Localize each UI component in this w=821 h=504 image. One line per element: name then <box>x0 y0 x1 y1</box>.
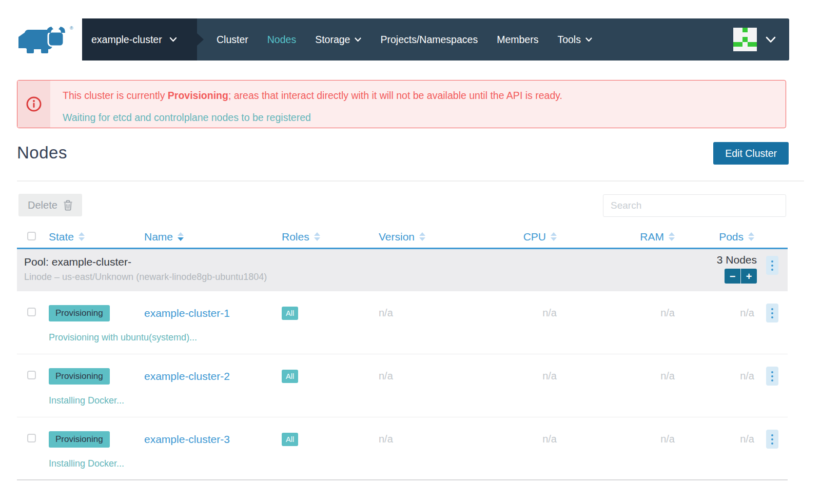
column-label: State <box>49 231 74 243</box>
row-actions-menu-button[interactable] <box>766 367 778 386</box>
scale-up-button[interactable]: + <box>741 269 757 284</box>
state-cell: Provisioning <box>49 305 144 321</box>
column-label: Version <box>379 231 415 243</box>
user-menu[interactable] <box>733 28 776 51</box>
delete-button-label: Delete <box>28 199 57 211</box>
nav-item-label: Projects/Namespaces <box>380 34 478 46</box>
alert-icon-column <box>17 80 50 128</box>
pool-actions-menu-button[interactable] <box>766 256 778 275</box>
dot <box>771 438 773 440</box>
column-header-pods: Pods <box>677 231 757 243</box>
table-row-node-1: Provisioning example-cluster-1 All n/a n… <box>17 291 788 354</box>
column-label: Roles <box>282 231 309 243</box>
row-checkbox[interactable] <box>27 434 36 442</box>
delete-button[interactable]: Delete <box>18 194 82 216</box>
top-bar: ® example-cluster Cluster Nodes Storage <box>0 0 821 61</box>
row-main: Provisioning example-cluster-1 All n/a n… <box>17 291 788 322</box>
row-main: Provisioning example-cluster-2 All n/a n… <box>17 354 788 386</box>
sort-cpu[interactable]: CPU <box>523 231 557 243</box>
dot <box>771 442 773 445</box>
sort-ram[interactable]: RAM <box>640 231 675 243</box>
table-row-node-3: Provisioning example-cluster-3 All n/a n… <box>17 417 788 480</box>
nav-items: Cluster Nodes Storage Projects/Namespace… <box>217 34 592 46</box>
row-select-cell <box>17 434 49 445</box>
column-header-roles: Roles <box>282 231 379 243</box>
sort-state[interactable]: State <box>49 231 85 243</box>
sort-icon <box>551 232 557 241</box>
roles-cell: All <box>282 433 379 446</box>
dot <box>771 375 773 377</box>
nav-item-label: Storage <box>315 34 350 46</box>
cluster-selector-label: example-cluster <box>91 34 162 46</box>
sort-roles[interactable]: Roles <box>282 231 320 243</box>
column-label: Pods <box>719 231 744 243</box>
nav-item-nodes[interactable]: Nodes <box>267 34 296 46</box>
info-icon <box>26 96 42 112</box>
nav-item-storage[interactable]: Storage <box>315 34 361 46</box>
scale-down-button[interactable]: − <box>725 269 740 284</box>
pool-subtitle: Linode – us-east/Unknown (newark-linode8… <box>24 272 717 283</box>
row-select-cell <box>17 308 49 318</box>
trash-icon <box>63 200 73 211</box>
column-header-cpu: CPU <box>457 231 559 243</box>
node-name-link[interactable]: example-cluster-1 <box>144 307 230 319</box>
node-status-message: Installing Docker... <box>49 395 124 406</box>
nav-item-tools[interactable]: Tools <box>557 34 592 46</box>
nav-item-members[interactable]: Members <box>497 34 538 46</box>
dot <box>771 379 773 381</box>
dot <box>771 260 773 263</box>
state-badge: Provisioning <box>49 368 110 385</box>
sort-pods[interactable]: Pods <box>719 231 754 243</box>
pool-title: Pool: example-cluster- <box>24 256 717 268</box>
edit-cluster-button[interactable]: Edit Cluster <box>713 142 789 165</box>
role-badge: All <box>282 433 298 446</box>
search-input[interactable] <box>603 194 786 217</box>
state-badge: Provisioning <box>49 305 110 321</box>
alert-line-1-prefix: This cluster is currently <box>63 90 168 101</box>
nav-item-cluster[interactable]: Cluster <box>217 34 248 46</box>
row-actions-menu-button[interactable] <box>766 430 778 449</box>
pool-node-count: 3 Nodes <box>717 254 757 266</box>
column-header-version: Version <box>379 231 457 243</box>
column-header-ram: RAM <box>559 231 677 243</box>
select-all-checkbox[interactable] <box>27 232 36 240</box>
node-status-message: Installing Docker... <box>49 458 124 469</box>
pool-scale-buttons: − + <box>725 269 757 284</box>
page-title: Nodes <box>17 143 67 163</box>
column-label: RAM <box>640 231 664 243</box>
chevron-down-icon <box>766 36 776 43</box>
row-checkbox[interactable] <box>27 308 36 316</box>
sort-icon <box>419 232 425 241</box>
alert-line-1-state: Provisioning <box>168 90 228 101</box>
actions-cell <box>757 430 788 449</box>
sort-version[interactable]: Version <box>379 231 425 243</box>
node-name-link[interactable]: example-cluster-3 <box>144 433 230 445</box>
name-cell: example-cluster-3 <box>144 433 282 446</box>
pods-cell: n/a <box>677 307 757 319</box>
row-checkbox[interactable] <box>27 371 36 379</box>
sort-icon <box>669 232 675 241</box>
node-name-link[interactable]: example-cluster-2 <box>144 370 230 382</box>
nav-item-label: Nodes <box>267 34 296 46</box>
ram-cell: n/a <box>559 433 677 445</box>
dot <box>771 316 773 318</box>
chevron-down-icon <box>169 37 177 42</box>
pool-info: Pool: example-cluster- Linode – us-east/… <box>17 249 717 291</box>
row-main: Provisioning example-cluster-3 All n/a n… <box>17 417 788 449</box>
sort-icon <box>314 232 320 241</box>
sort-name[interactable]: Name <box>144 231 184 243</box>
dot <box>771 269 773 271</box>
version-cell: n/a <box>379 433 457 445</box>
role-badge: All <box>282 307 298 320</box>
column-label: Name <box>144 231 173 243</box>
row-select-cell <box>17 371 49 381</box>
dot <box>771 371 773 373</box>
row-actions-menu-button[interactable] <box>766 304 778 322</box>
column-header-state: State <box>49 231 144 243</box>
nav-item-projects-namespaces[interactable]: Projects/Namespaces <box>380 34 478 46</box>
nav-item-label: Cluster <box>217 34 248 46</box>
main-navbar: example-cluster Cluster Nodes Storage Pr… <box>82 18 789 61</box>
nodes-table: State Name Roles Version CPU <box>17 226 788 480</box>
pool-scale-controls: 3 Nodes − + <box>717 249 757 291</box>
cluster-selector-dropdown[interactable]: example-cluster <box>82 18 197 61</box>
